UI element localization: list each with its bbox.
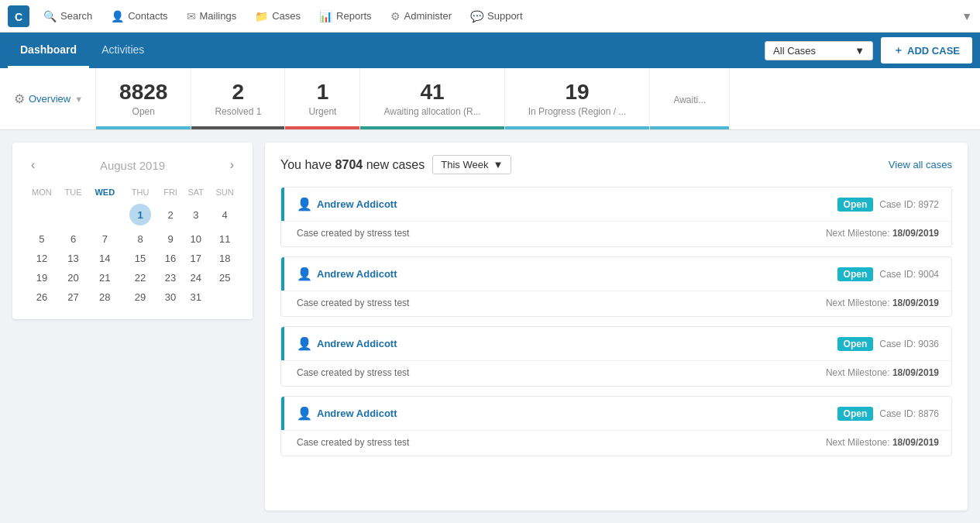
nav-contacts[interactable]: 👤 Contacts	[103, 5, 175, 27]
secondary-navigation: Dashboard Activities All Cases ▼ ＋ ADD C…	[0, 33, 980, 68]
case-meta: Open Case ID: 8876	[837, 407, 939, 421]
add-case-button[interactable]: ＋ ADD CASE	[881, 37, 972, 64]
tab-dashboard[interactable]: Dashboard	[8, 33, 89, 68]
calendar-prev-button[interactable]: ‹	[25, 155, 41, 175]
calendar-day[interactable]: 5	[25, 229, 59, 249]
nav-support[interactable]: 💬 Support	[462, 5, 531, 27]
case-person-name: Andrew Addicott	[317, 408, 397, 419]
tab-dashboard-label: Dashboard	[20, 43, 77, 56]
case-person-name: Andrew Addicott	[317, 198, 397, 210]
calendar-day[interactable]: 1	[122, 200, 159, 229]
calendar-day[interactable]: 6	[59, 229, 88, 249]
stat-awaiting-bar	[360, 126, 504, 129]
calendar-day[interactable]: 28	[88, 287, 122, 307]
calendar-day[interactable]: 26	[25, 287, 59, 307]
calendar-day[interactable]: 2	[159, 200, 182, 229]
calendar-day[interactable]: 19	[25, 268, 59, 287]
calendar-row: 262728293031	[25, 287, 240, 307]
stat-awaiting[interactable]: 41 Awaiting allocation (R...	[360, 68, 504, 129]
case-card[interactable]: 👤 Andrew Addicott Open Case ID: 8876 Cas…	[280, 396, 952, 456]
stat-inprogress[interactable]: 19 In Progress (Region / ...	[505, 68, 651, 129]
calendar-day[interactable]: 18	[209, 249, 240, 268]
case-description: Case created by stress test	[297, 437, 409, 448]
case-milestone: Next Milestone: 18/09/2019	[826, 437, 939, 448]
stat-awaiting2[interactable]: Awaiti...	[650, 68, 730, 129]
plus-icon: ＋	[893, 43, 903, 57]
nav-search-label: Search	[60, 10, 92, 22]
calendar-day[interactable]: 29	[122, 287, 159, 307]
calendar-day[interactable]: 15	[122, 249, 159, 268]
tab-activities[interactable]: Activities	[89, 33, 156, 68]
case-card[interactable]: 👤 Andrew Addicott Open Case ID: 9004 Cas…	[280, 256, 952, 317]
case-description: Case created by stress test	[297, 228, 409, 239]
calendar-day[interactable]: 12	[25, 249, 59, 268]
calendar-day[interactable]: 30	[159, 287, 182, 307]
calendar-day[interactable]: 11	[209, 229, 240, 249]
calendar-day[interactable]: 10	[182, 229, 209, 249]
case-meta: Open Case ID: 8972	[837, 198, 939, 212]
nav-cases[interactable]: 📁 Cases	[247, 5, 308, 27]
case-filter-value: All Cases	[773, 45, 816, 57]
case-status-badge: Open	[837, 407, 874, 421]
calendar-next-button[interactable]: ›	[224, 155, 240, 175]
secondary-nav-right: All Cases ▼ ＋ ADD CASE	[765, 33, 972, 68]
overview-button[interactable]: ⚙ Overview ▼	[8, 68, 96, 129]
person-icon: 👤	[297, 336, 312, 351]
calendar-row: 567891011	[25, 229, 240, 249]
calendar-day[interactable]: 22	[122, 268, 159, 287]
nav-administer[interactable]: ⚙ Administer	[383, 5, 459, 27]
calendar-day[interactable]: 27	[59, 287, 88, 307]
case-card[interactable]: 👤 Andrew Addicott Open Case ID: 8972 Cas…	[280, 187, 952, 247]
calendar-header: ‹ August 2019 ›	[25, 155, 240, 175]
stat-urgent[interactable]: 1 Urgent	[285, 68, 360, 129]
calendar-day[interactable]: 14	[88, 249, 122, 268]
calendar-day[interactable]: 21	[88, 268, 122, 287]
case-card[interactable]: 👤 Andrew Addicott Open Case ID: 9036 Cas…	[280, 326, 952, 387]
stat-resolved-number: 2	[232, 81, 245, 105]
calendar-day[interactable]: 31	[182, 287, 209, 307]
week-filter-dropdown[interactable]: This Week ▼	[432, 155, 511, 174]
case-meta: Open Case ID: 9004	[837, 267, 939, 281]
calendar-row: 12131415161718	[25, 249, 240, 268]
case-filter-dropdown[interactable]: All Cases ▼	[765, 41, 873, 60]
calendar-day[interactable]: 20	[59, 268, 88, 287]
calendar-row: 1234	[25, 200, 240, 229]
case-person-name: Andrew Addicott	[317, 338, 397, 349]
cases-title: You have 8704 new cases This Week ▼	[280, 155, 511, 174]
calendar-day[interactable]: 3	[182, 200, 209, 229]
case-card-header: 👤 Andrew Addicott Open Case ID: 9036	[281, 327, 951, 360]
nav-contacts-label: Contacts	[128, 10, 167, 22]
calendar-day[interactable]: 24	[182, 268, 209, 287]
calendar-day[interactable]: 23	[159, 268, 182, 287]
nav-reports[interactable]: 📊 Reports	[311, 5, 380, 27]
nav-arrow-icon[interactable]: ▼	[961, 10, 972, 22]
calendar-body: 1234567891011121314151617181920212223242…	[25, 200, 240, 307]
stat-awaiting-number: 41	[420, 81, 444, 105]
nav-search[interactable]: 🔍 Search	[36, 5, 100, 27]
calendar-day[interactable]: 7	[88, 229, 122, 249]
search-icon: 🔍	[43, 10, 57, 22]
view-all-cases-link[interactable]: View all cases	[889, 159, 952, 170]
calendar-day[interactable]: 25	[209, 268, 240, 287]
calendar-day[interactable]: 8	[122, 229, 159, 249]
calendar-day[interactable]: 4	[209, 200, 240, 229]
case-person: 👤 Andrew Addicott	[297, 406, 837, 421]
calendar-day[interactable]: 17	[182, 249, 209, 268]
app-logo[interactable]: C	[8, 5, 29, 27]
person-icon: 👤	[297, 197, 312, 212]
calendar-day	[25, 200, 59, 229]
calendar-day[interactable]: 16	[159, 249, 182, 268]
add-case-label: ADD CASE	[907, 45, 960, 57]
stat-open[interactable]: 8828 Open	[96, 68, 191, 129]
stat-resolved[interactable]: 2 Resolved 1	[191, 68, 285, 129]
calendar-day[interactable]: 13	[59, 249, 88, 268]
case-milestone: Next Milestone: 18/09/2019	[826, 367, 939, 378]
nav-mailings[interactable]: ✉ Mailings	[179, 5, 245, 27]
cal-header-sun: SUN	[209, 184, 240, 200]
calendar-grid: MON TUE WED THU FRI SAT SUN 123456789101…	[25, 184, 240, 307]
calendar-header-row: MON TUE WED THU FRI SAT SUN	[25, 184, 240, 200]
support-icon: 💬	[470, 10, 483, 22]
calendar-day[interactable]: 9	[159, 229, 182, 249]
case-milestone-date: 18/09/2019	[892, 437, 939, 448]
case-milestone: Next Milestone: 18/09/2019	[826, 228, 939, 239]
